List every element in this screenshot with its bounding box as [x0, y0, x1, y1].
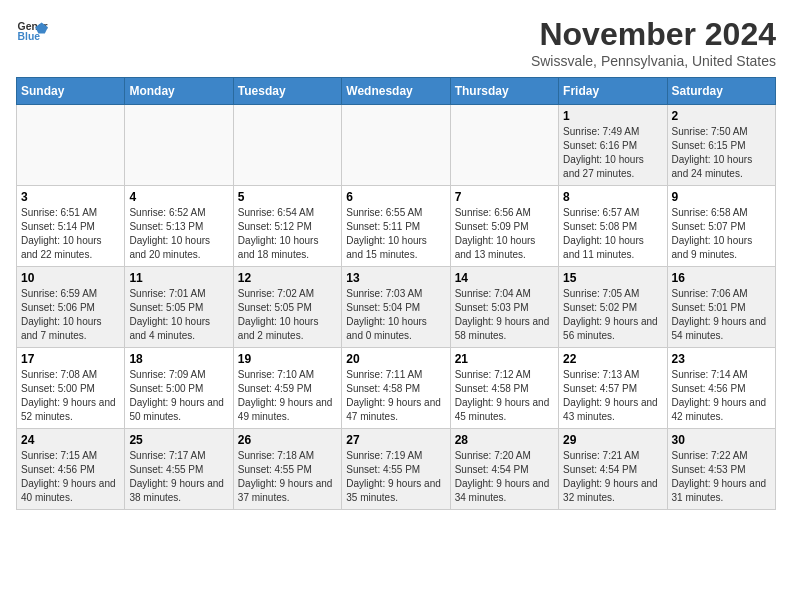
- weekday-header-friday: Friday: [559, 78, 667, 105]
- location-title: Swissvale, Pennsylvania, United States: [531, 53, 776, 69]
- weekday-header-row: SundayMondayTuesdayWednesdayThursdayFrid…: [17, 78, 776, 105]
- calendar-cell: 15Sunrise: 7:05 AM Sunset: 5:02 PM Dayli…: [559, 267, 667, 348]
- calendar-cell: 25Sunrise: 7:17 AM Sunset: 4:55 PM Dayli…: [125, 429, 233, 510]
- day-info: Sunrise: 7:22 AM Sunset: 4:53 PM Dayligh…: [672, 449, 771, 505]
- calendar-cell: [125, 105, 233, 186]
- day-number: 16: [672, 271, 771, 285]
- day-number: 2: [672, 109, 771, 123]
- calendar-cell: 17Sunrise: 7:08 AM Sunset: 5:00 PM Dayli…: [17, 348, 125, 429]
- calendar-cell: 4Sunrise: 6:52 AM Sunset: 5:13 PM Daylig…: [125, 186, 233, 267]
- calendar-table: SundayMondayTuesdayWednesdayThursdayFrid…: [16, 77, 776, 510]
- calendar-cell: 27Sunrise: 7:19 AM Sunset: 4:55 PM Dayli…: [342, 429, 450, 510]
- day-number: 22: [563, 352, 662, 366]
- weekday-header-saturday: Saturday: [667, 78, 775, 105]
- calendar-cell: [450, 105, 558, 186]
- day-number: 5: [238, 190, 337, 204]
- day-info: Sunrise: 6:56 AM Sunset: 5:09 PM Dayligh…: [455, 206, 554, 262]
- day-info: Sunrise: 7:20 AM Sunset: 4:54 PM Dayligh…: [455, 449, 554, 505]
- day-info: Sunrise: 7:01 AM Sunset: 5:05 PM Dayligh…: [129, 287, 228, 343]
- day-info: Sunrise: 6:52 AM Sunset: 5:13 PM Dayligh…: [129, 206, 228, 262]
- logo-icon: General Blue: [16, 16, 48, 48]
- calendar-cell: 26Sunrise: 7:18 AM Sunset: 4:55 PM Dayli…: [233, 429, 341, 510]
- day-number: 4: [129, 190, 228, 204]
- day-number: 30: [672, 433, 771, 447]
- day-info: Sunrise: 6:55 AM Sunset: 5:11 PM Dayligh…: [346, 206, 445, 262]
- calendar-cell: 21Sunrise: 7:12 AM Sunset: 4:58 PM Dayli…: [450, 348, 558, 429]
- day-info: Sunrise: 7:10 AM Sunset: 4:59 PM Dayligh…: [238, 368, 337, 424]
- header: General Blue November 2024 Swissvale, Pe…: [16, 16, 776, 69]
- calendar-cell: 3Sunrise: 6:51 AM Sunset: 5:14 PM Daylig…: [17, 186, 125, 267]
- calendar-cell: 18Sunrise: 7:09 AM Sunset: 5:00 PM Dayli…: [125, 348, 233, 429]
- day-info: Sunrise: 7:02 AM Sunset: 5:05 PM Dayligh…: [238, 287, 337, 343]
- calendar-cell: 16Sunrise: 7:06 AM Sunset: 5:01 PM Dayli…: [667, 267, 775, 348]
- day-number: 28: [455, 433, 554, 447]
- day-info: Sunrise: 7:17 AM Sunset: 4:55 PM Dayligh…: [129, 449, 228, 505]
- day-number: 8: [563, 190, 662, 204]
- calendar-cell: 28Sunrise: 7:20 AM Sunset: 4:54 PM Dayli…: [450, 429, 558, 510]
- day-info: Sunrise: 6:54 AM Sunset: 5:12 PM Dayligh…: [238, 206, 337, 262]
- day-info: Sunrise: 7:49 AM Sunset: 6:16 PM Dayligh…: [563, 125, 662, 181]
- day-info: Sunrise: 7:04 AM Sunset: 5:03 PM Dayligh…: [455, 287, 554, 343]
- day-number: 15: [563, 271, 662, 285]
- calendar-cell: 8Sunrise: 6:57 AM Sunset: 5:08 PM Daylig…: [559, 186, 667, 267]
- calendar-cell: 5Sunrise: 6:54 AM Sunset: 5:12 PM Daylig…: [233, 186, 341, 267]
- weekday-header-wednesday: Wednesday: [342, 78, 450, 105]
- logo: General Blue: [16, 16, 48, 48]
- day-info: Sunrise: 7:14 AM Sunset: 4:56 PM Dayligh…: [672, 368, 771, 424]
- day-info: Sunrise: 7:09 AM Sunset: 5:00 PM Dayligh…: [129, 368, 228, 424]
- day-number: 11: [129, 271, 228, 285]
- day-number: 25: [129, 433, 228, 447]
- week-row-5: 24Sunrise: 7:15 AM Sunset: 4:56 PM Dayli…: [17, 429, 776, 510]
- day-number: 13: [346, 271, 445, 285]
- calendar-cell: 12Sunrise: 7:02 AM Sunset: 5:05 PM Dayli…: [233, 267, 341, 348]
- day-number: 1: [563, 109, 662, 123]
- calendar-cell: 23Sunrise: 7:14 AM Sunset: 4:56 PM Dayli…: [667, 348, 775, 429]
- day-info: Sunrise: 7:50 AM Sunset: 6:15 PM Dayligh…: [672, 125, 771, 181]
- weekday-header-thursday: Thursday: [450, 78, 558, 105]
- day-number: 27: [346, 433, 445, 447]
- day-info: Sunrise: 7:11 AM Sunset: 4:58 PM Dayligh…: [346, 368, 445, 424]
- day-info: Sunrise: 6:58 AM Sunset: 5:07 PM Dayligh…: [672, 206, 771, 262]
- day-number: 20: [346, 352, 445, 366]
- day-number: 6: [346, 190, 445, 204]
- day-number: 24: [21, 433, 120, 447]
- day-number: 17: [21, 352, 120, 366]
- day-info: Sunrise: 7:05 AM Sunset: 5:02 PM Dayligh…: [563, 287, 662, 343]
- day-number: 18: [129, 352, 228, 366]
- calendar-cell: [17, 105, 125, 186]
- weekday-header-monday: Monday: [125, 78, 233, 105]
- day-number: 12: [238, 271, 337, 285]
- day-number: 10: [21, 271, 120, 285]
- calendar-cell: 1Sunrise: 7:49 AM Sunset: 6:16 PM Daylig…: [559, 105, 667, 186]
- day-number: 19: [238, 352, 337, 366]
- svg-text:Blue: Blue: [18, 31, 41, 42]
- day-number: 21: [455, 352, 554, 366]
- week-row-4: 17Sunrise: 7:08 AM Sunset: 5:00 PM Dayli…: [17, 348, 776, 429]
- day-number: 9: [672, 190, 771, 204]
- day-info: Sunrise: 7:19 AM Sunset: 4:55 PM Dayligh…: [346, 449, 445, 505]
- day-info: Sunrise: 6:51 AM Sunset: 5:14 PM Dayligh…: [21, 206, 120, 262]
- calendar-cell: 7Sunrise: 6:56 AM Sunset: 5:09 PM Daylig…: [450, 186, 558, 267]
- calendar-cell: 11Sunrise: 7:01 AM Sunset: 5:05 PM Dayli…: [125, 267, 233, 348]
- calendar-cell: 20Sunrise: 7:11 AM Sunset: 4:58 PM Dayli…: [342, 348, 450, 429]
- day-info: Sunrise: 7:18 AM Sunset: 4:55 PM Dayligh…: [238, 449, 337, 505]
- day-number: 7: [455, 190, 554, 204]
- day-number: 26: [238, 433, 337, 447]
- calendar-cell: 22Sunrise: 7:13 AM Sunset: 4:57 PM Dayli…: [559, 348, 667, 429]
- week-row-2: 3Sunrise: 6:51 AM Sunset: 5:14 PM Daylig…: [17, 186, 776, 267]
- weekday-header-tuesday: Tuesday: [233, 78, 341, 105]
- calendar-cell: 9Sunrise: 6:58 AM Sunset: 5:07 PM Daylig…: [667, 186, 775, 267]
- calendar-cell: 10Sunrise: 6:59 AM Sunset: 5:06 PM Dayli…: [17, 267, 125, 348]
- day-number: 23: [672, 352, 771, 366]
- calendar-cell: 13Sunrise: 7:03 AM Sunset: 5:04 PM Dayli…: [342, 267, 450, 348]
- title-area: November 2024 Swissvale, Pennsylvania, U…: [531, 16, 776, 69]
- week-row-3: 10Sunrise: 6:59 AM Sunset: 5:06 PM Dayli…: [17, 267, 776, 348]
- weekday-header-sunday: Sunday: [17, 78, 125, 105]
- day-info: Sunrise: 6:59 AM Sunset: 5:06 PM Dayligh…: [21, 287, 120, 343]
- day-number: 3: [21, 190, 120, 204]
- day-number: 29: [563, 433, 662, 447]
- calendar-cell: 30Sunrise: 7:22 AM Sunset: 4:53 PM Dayli…: [667, 429, 775, 510]
- day-info: Sunrise: 6:57 AM Sunset: 5:08 PM Dayligh…: [563, 206, 662, 262]
- calendar-cell: 14Sunrise: 7:04 AM Sunset: 5:03 PM Dayli…: [450, 267, 558, 348]
- calendar-cell: 2Sunrise: 7:50 AM Sunset: 6:15 PM Daylig…: [667, 105, 775, 186]
